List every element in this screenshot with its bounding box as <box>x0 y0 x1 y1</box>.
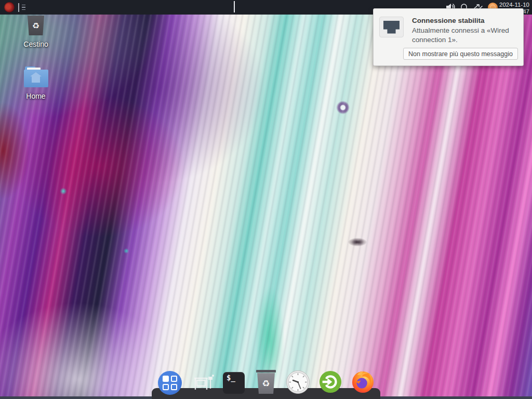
hamburger-menu-icon[interactable] <box>22 5 25 10</box>
dock-trash-button[interactable]: ♻ <box>256 370 276 394</box>
panel-cursor-line <box>234 1 235 12</box>
distro-logo-icon[interactable] <box>4 2 15 12</box>
clock-button[interactable] <box>286 370 310 394</box>
firefox-button[interactable] <box>351 369 375 394</box>
firefox-icon <box>351 369 375 394</box>
dismiss-notification-button[interactable]: Non mostrare più questo messaggio <box>403 48 518 60</box>
desktop-icon-trash[interactable]: ♻ Cestino <box>11 16 61 48</box>
notification-title: Connessione stabilita <box>412 16 522 25</box>
home-folder-icon <box>24 66 48 87</box>
app-grid-icon <box>163 376 177 390</box>
workspace-switcher-icon <box>192 372 214 393</box>
trash-icon: ♻ <box>27 16 45 35</box>
desktop-icon-home[interactable]: Home <box>11 66 61 100</box>
logout-arrow-icon <box>318 370 342 394</box>
notification-body: Attualmente connessi a «Wired connection… <box>412 26 522 45</box>
app-launcher-button[interactable] <box>158 371 182 395</box>
panel-separator <box>18 3 19 12</box>
panel-date: 2024-11-10 <box>499 2 529 8</box>
trash-lid <box>256 370 276 373</box>
session-logout-button[interactable] <box>318 370 342 394</box>
analog-clock-icon <box>286 370 310 394</box>
desktop-icon-label: Cestino <box>23 40 48 48</box>
terminal-button[interactable]: $_ <box>223 372 245 394</box>
notification-popup[interactable]: Connessione stabilita Attualmente connes… <box>373 8 524 66</box>
desktop-icon-label: Home <box>26 92 45 100</box>
workspace-switcher-button[interactable] <box>192 372 214 393</box>
desktop-screen: 2024-11-10 16:47 Connessione stabilita A… <box>0 0 532 399</box>
recycle-icon: ♻ <box>257 373 275 394</box>
wired-network-icon <box>379 17 404 37</box>
terminal-prompt-glyph: $_ <box>227 374 235 382</box>
